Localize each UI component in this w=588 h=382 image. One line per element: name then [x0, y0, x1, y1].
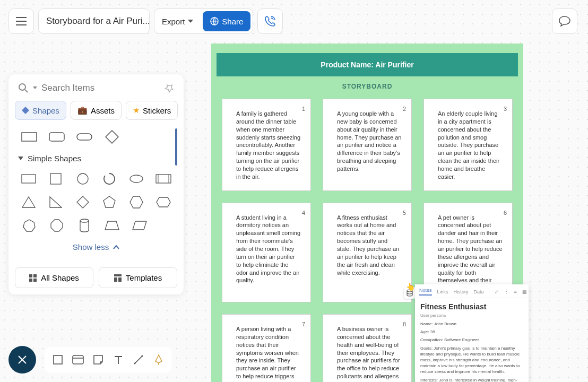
share-button[interactable]: Share — [203, 11, 250, 31]
shape-circle[interactable] — [72, 169, 93, 188]
pin-icon[interactable] — [162, 81, 176, 94]
shape-hexagon[interactable] — [126, 193, 148, 212]
shape-cylinder[interactable] — [73, 216, 96, 235]
svg-rect-6 — [50, 173, 61, 184]
notes-title: Fitness Enthusiast — [420, 302, 523, 311]
shape-rect-wide[interactable] — [18, 127, 40, 146]
tool-card[interactable] — [68, 350, 88, 370]
shape-rect[interactable] — [18, 169, 40, 188]
layout-icon[interactable]: ▦ — [522, 289, 527, 294]
comment-icon — [559, 16, 570, 27]
grid-icon — [29, 274, 37, 282]
storyboard-card[interactable]: 2A young couple with a new baby is conce… — [323, 99, 412, 191]
shape-right-triangle[interactable] — [45, 193, 67, 212]
tool-rectangle[interactable] — [48, 350, 68, 370]
share-label: Share — [222, 17, 243, 26]
tool-text[interactable] — [108, 350, 128, 370]
svg-rect-4 — [77, 134, 92, 140]
notes-goals: Goals: John's primary goal is to maintai… — [420, 345, 523, 375]
storyboard-card[interactable]: 7A person living with a respiratory cond… — [222, 314, 311, 382]
search-input[interactable] — [41, 83, 160, 93]
storyboard-card[interactable]: 8A business owner is concerned about the… — [323, 314, 412, 382]
tool-pen[interactable] — [149, 350, 169, 370]
storyboard-card[interactable]: 5A fitness enthusiast works out at home … — [323, 203, 412, 302]
svg-rect-17 — [114, 274, 122, 276]
card-number: 3 — [504, 106, 507, 112]
shape-square[interactable] — [45, 169, 67, 188]
shape-rounded-rect[interactable] — [46, 127, 68, 146]
export-label: Export — [162, 17, 185, 26]
shape-hexagon-wide[interactable] — [152, 193, 174, 212]
shape-double-rect[interactable] — [152, 169, 174, 188]
close-panel-button[interactable] — [8, 346, 36, 374]
shape-trapezoid[interactable] — [101, 216, 123, 235]
shape-diamond-small[interactable] — [72, 193, 93, 212]
search-caret-icon[interactable] — [33, 86, 37, 90]
svg-rect-16 — [33, 279, 37, 282]
tab-shapes[interactable]: Shapes — [15, 101, 66, 120]
all-shapes-button[interactable]: All Shapes — [15, 267, 93, 288]
search-icon — [18, 83, 29, 93]
card-number: 8 — [403, 321, 406, 327]
shapes-scroll-area[interactable]: Simple Shapes Show less — [15, 125, 177, 253]
shape-arc[interactable] — [99, 169, 120, 188]
shape-diamond-outline[interactable] — [101, 127, 123, 146]
cursor-indicator: 👆 — [406, 282, 415, 291]
card-number: 1 — [302, 106, 305, 112]
tool-strip — [45, 347, 172, 372]
shape-pill[interactable] — [73, 127, 96, 146]
shape-octagon[interactable] — [46, 216, 68, 235]
tab-stickers[interactable]: ★ Stickers — [126, 101, 178, 120]
notes-panel[interactable]: Notes Links History Data ⤢ ⋮ ≡ ▦ Fitness… — [415, 284, 529, 382]
notes-tab-history[interactable]: History — [454, 289, 469, 294]
svg-point-7 — [77, 173, 88, 184]
simple-shapes-header[interactable]: Simple Shapes — [15, 149, 177, 167]
svg-rect-15 — [29, 279, 32, 282]
svg-rect-19 — [118, 277, 122, 282]
briefcase-icon: 💼 — [77, 106, 88, 115]
template-icon — [114, 274, 122, 282]
notes-subtitle: User persona — [420, 313, 523, 318]
close-icon — [18, 355, 27, 364]
comments-button[interactable] — [552, 8, 577, 34]
storyboard-card[interactable]: 4A student living in a dormitory notices… — [222, 203, 311, 302]
globe-icon — [210, 17, 219, 25]
card-text: A fitness enthusiast works out at home a… — [337, 214, 402, 277]
card-number: 4 — [302, 210, 305, 216]
list-icon[interactable]: ≡ — [514, 289, 517, 294]
notes-tab-notes[interactable]: Notes — [419, 288, 432, 296]
svg-rect-18 — [114, 277, 117, 282]
svg-point-8 — [130, 175, 143, 183]
export-button[interactable]: Export — [154, 9, 201, 33]
tab-assets[interactable]: 💼 Assets — [71, 101, 122, 120]
svg-rect-14 — [33, 274, 37, 277]
shape-triangle[interactable] — [18, 193, 40, 212]
shape-ellipse[interactable] — [126, 169, 148, 188]
call-button[interactable] — [257, 8, 283, 34]
shape-parallelogram[interactable] — [128, 216, 151, 235]
tool-line[interactable] — [128, 350, 149, 370]
show-less-button[interactable]: Show less — [15, 237, 177, 253]
svg-point-1 — [19, 84, 25, 90]
notes-tab-data[interactable]: Data — [474, 289, 484, 294]
document-title[interactable]: Storyboard for a Air Puri... — [38, 8, 150, 34]
more-icon[interactable]: ⋮ — [504, 289, 509, 294]
svg-point-23 — [134, 363, 136, 364]
star-icon: ★ — [133, 106, 140, 115]
tool-sticky-note[interactable] — [88, 350, 108, 370]
product-header[interactable]: Product Name: Air Purifier — [217, 53, 518, 76]
svg-rect-21 — [73, 355, 83, 364]
svg-rect-20 — [54, 355, 62, 364]
notes-name: Name: John Brown — [420, 321, 523, 327]
storyboard-card[interactable]: 1A family is gathered around the dinner … — [222, 99, 311, 191]
shape-heptagon[interactable] — [18, 216, 40, 235]
hamburger-menu-button[interactable] — [8, 8, 34, 34]
templates-button[interactable]: Templates — [99, 267, 177, 288]
card-text: A pet owner is concerned about pet dande… — [438, 214, 503, 292]
expand-icon[interactable]: ⤢ — [495, 289, 499, 294]
storyboard-card[interactable]: 3An elderly couple living in a city apar… — [423, 99, 513, 191]
notes-tab-links[interactable]: Links — [437, 289, 448, 294]
shape-pentagon[interactable] — [99, 193, 120, 212]
card-number: 6 — [504, 210, 507, 216]
card-text: A family is gathered around the dinner t… — [236, 110, 301, 181]
